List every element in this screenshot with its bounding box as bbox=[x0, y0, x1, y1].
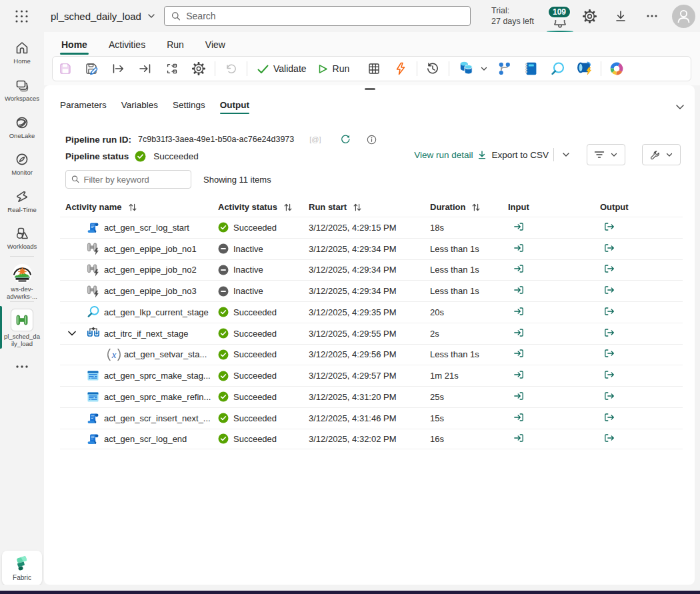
output-icon[interactable] bbox=[604, 306, 615, 317]
panel-tab-output[interactable]: Output bbox=[215, 99, 255, 117]
info-icon[interactable] bbox=[367, 135, 377, 145]
view-code-button[interactable] bbox=[161, 59, 183, 79]
input-icon[interactable] bbox=[513, 433, 524, 443]
table-row[interactable]: act_gen_lkp_current_stage Succeeded 3/12… bbox=[60, 301, 683, 323]
col-duration[interactable]: Duration bbox=[430, 202, 508, 212]
ribbon-tab-home[interactable]: Home bbox=[60, 39, 89, 56]
copy-data-button[interactable] bbox=[453, 59, 493, 79]
table-row[interactable]: act_gen_epipe_job_no1 Inactive 3/12/2025… bbox=[60, 238, 683, 259]
input-icon[interactable] bbox=[513, 263, 524, 274]
sidebar-item-realtime[interactable]: Real-Time bbox=[0, 189, 44, 214]
copilot-button[interactable] bbox=[605, 59, 627, 79]
keyword-filter-input[interactable] bbox=[83, 175, 185, 185]
run-history-button[interactable] bbox=[421, 59, 443, 79]
col-run-start[interactable]: Run start bbox=[309, 202, 430, 212]
undo-button[interactable] bbox=[219, 59, 241, 79]
settings-columns-button[interactable] bbox=[642, 144, 681, 165]
product-switcher[interactable]: pl_sched_daily_load bbox=[51, 8, 155, 24]
table-row[interactable]: act_gen_scr_log_end Succeeded 3/12/2025,… bbox=[60, 429, 683, 450]
output-icon[interactable] bbox=[604, 348, 615, 359]
table-row[interactable]: act_gen_sprc_make_stag... Succeeded 3/12… bbox=[60, 365, 683, 386]
import-button[interactable] bbox=[107, 59, 129, 79]
table-row[interactable]: act_gen_scr_insert_next_... Succeeded 3/… bbox=[60, 407, 683, 429]
input-icon[interactable] bbox=[513, 221, 524, 232]
ribbon-tab-view[interactable]: View bbox=[204, 39, 227, 56]
branch-button[interactable] bbox=[493, 59, 515, 79]
ribbon-tab-run[interactable]: Run bbox=[165, 39, 185, 56]
input-icon[interactable] bbox=[513, 243, 524, 253]
ribbon-tab-activities[interactable]: Activities bbox=[107, 39, 147, 56]
input-icon[interactable] bbox=[513, 369, 524, 380]
panel-collapse-button[interactable] bbox=[675, 99, 691, 115]
download-button[interactable] bbox=[610, 5, 631, 27]
schedule-button[interactable] bbox=[363, 59, 385, 79]
app-launcher-icon[interactable] bbox=[14, 9, 29, 24]
table-row[interactable]: act_gen_epipe_job_no3 Inactive 3/12/2025… bbox=[60, 280, 683, 301]
input-icon[interactable] bbox=[513, 391, 524, 401]
col-activity-name[interactable]: Activity name bbox=[60, 202, 218, 212]
sidebar-item-workspaces[interactable]: Workspaces bbox=[0, 77, 44, 103]
copy-run-id-icon[interactable]: [@] bbox=[309, 135, 321, 143]
input-icon[interactable] bbox=[513, 412, 524, 423]
invoke-pipeline-button[interactable] bbox=[573, 59, 595, 79]
notebook-button[interactable] bbox=[520, 59, 542, 79]
panel-tab-settings[interactable]: Settings bbox=[167, 99, 211, 117]
export-chevron-icon[interactable] bbox=[561, 150, 571, 159]
output-icon[interactable] bbox=[604, 391, 615, 401]
input-icon[interactable] bbox=[513, 348, 524, 359]
table-row[interactable]: act_gen_epipe_job_no2 Inactive 3/12/2025… bbox=[60, 259, 683, 281]
output-icon[interactable] bbox=[604, 369, 615, 380]
avatar[interactable] bbox=[672, 5, 695, 28]
pipeline-settings-button[interactable] bbox=[187, 59, 209, 79]
sidebar-item-onelake[interactable]: OneLake bbox=[0, 115, 44, 140]
save-button[interactable] bbox=[54, 59, 76, 79]
output-icon[interactable] bbox=[604, 412, 615, 423]
lookup-button[interactable] bbox=[547, 59, 569, 79]
export-to-csv-button[interactable]: Export to CSV bbox=[491, 150, 549, 160]
col-activity-status[interactable]: Activity status bbox=[218, 202, 309, 212]
activity-type-setvar-icon: x bbox=[107, 348, 124, 361]
run-button[interactable]: Run bbox=[312, 59, 355, 79]
table-row[interactable]: act_itrc_if_next_stage Succeeded 3/12/20… bbox=[60, 323, 683, 344]
sidebar-item-workspace-logo[interactable]: ws-dev- advwrks-... bbox=[0, 263, 44, 300]
run-start: 3/12/2025, 4:31:46 PM bbox=[309, 413, 430, 423]
expand-chevron-icon[interactable] bbox=[65, 328, 87, 339]
validate-button[interactable]: Validate bbox=[251, 59, 312, 79]
trigger-button[interactable] bbox=[389, 59, 411, 79]
output-icon[interactable] bbox=[604, 433, 615, 443]
output-icon[interactable] bbox=[604, 285, 615, 295]
fabric-home-button[interactable]: Fabric bbox=[2, 551, 42, 585]
sidebar-item-pipeline[interactable]: pl_sched_da ily_load bbox=[0, 309, 44, 347]
export-button[interactable] bbox=[134, 59, 156, 79]
search-input[interactable] bbox=[186, 11, 463, 21]
input-icon[interactable] bbox=[513, 306, 524, 317]
table-row[interactable]: act_gen_sprc_make_refin... Succeeded 3/1… bbox=[60, 386, 683, 407]
sidebar-item-workloads[interactable]: Workloads bbox=[0, 225, 44, 251]
notifications-button[interactable]: 109 bbox=[543, 3, 577, 32]
sidebar-item-home[interactable]: Home bbox=[0, 40, 44, 65]
table-row[interactable]: xact_gen_setvar_sta... Succeeded 3/12/20… bbox=[60, 344, 683, 365]
divider bbox=[553, 148, 554, 161]
more-options-button[interactable] bbox=[641, 5, 663, 27]
table-row[interactable]: act_gen_scr_log_start Succeeded 3/12/202… bbox=[60, 217, 683, 238]
view-run-detail-link[interactable]: View run detail bbox=[414, 150, 473, 160]
output-icon[interactable] bbox=[604, 243, 615, 253]
output-icon[interactable] bbox=[604, 327, 615, 338]
status-inactive-icon bbox=[218, 286, 229, 297]
toolbar-label: Run bbox=[333, 63, 350, 74]
global-search[interactable] bbox=[164, 6, 471, 26]
keyword-filter[interactable] bbox=[65, 170, 191, 189]
output-icon[interactable] bbox=[604, 263, 615, 274]
sidebar-item-monitor[interactable]: Monitor bbox=[0, 151, 44, 177]
output-icon[interactable] bbox=[604, 221, 615, 232]
refresh-icon[interactable] bbox=[340, 134, 351, 145]
nav-more-button[interactable] bbox=[0, 362, 44, 371]
save-as-button[interactable] bbox=[81, 59, 103, 79]
panel-resize-handle[interactable] bbox=[365, 88, 375, 90]
input-icon[interactable] bbox=[513, 285, 524, 295]
filter-columns-button[interactable] bbox=[587, 144, 625, 165]
panel-tab-parameters[interactable]: Parameters bbox=[55, 99, 112, 117]
settings-button[interactable] bbox=[579, 5, 600, 27]
input-icon[interactable] bbox=[513, 327, 524, 338]
panel-tab-variables[interactable]: Variables bbox=[116, 99, 163, 117]
